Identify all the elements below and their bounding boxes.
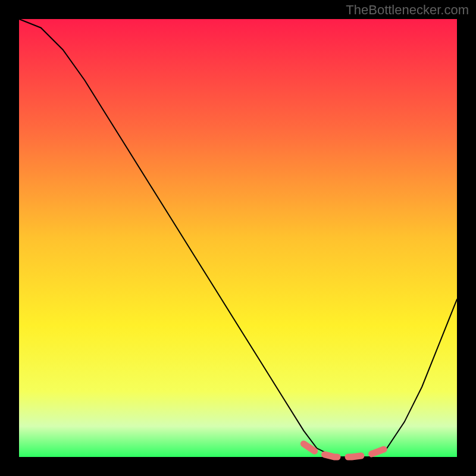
optimal-region-marker bbox=[303, 444, 387, 457]
curve-layer bbox=[19, 19, 457, 457]
watermark-text: TheBottlenecker.com bbox=[346, 2, 469, 18]
bottleneck-curve bbox=[19, 19, 457, 457]
chart-plot-area bbox=[19, 19, 457, 457]
